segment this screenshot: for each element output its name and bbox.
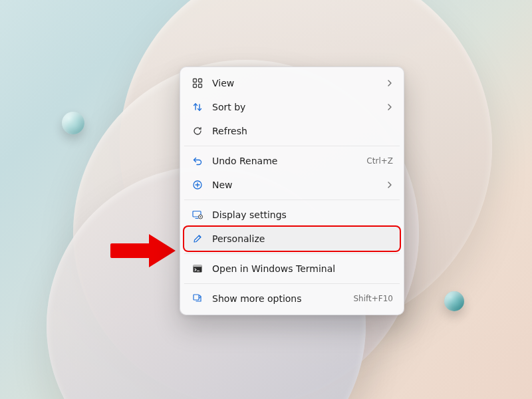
menu-item-display-settings[interactable]: Display settings: [184, 203, 400, 227]
personalize-icon: [191, 232, 204, 245]
chevron-right-icon: [386, 80, 393, 86]
wallpaper-shape: [62, 112, 84, 134]
menu-item-label: Undo Rename: [212, 156, 361, 166]
undo-icon: [191, 154, 204, 168]
refresh-icon: [191, 124, 204, 138]
svg-rect-0: [194, 79, 197, 82]
chevron-right-icon: [386, 104, 393, 110]
terminal-icon: [191, 262, 204, 275]
menu-item-refresh[interactable]: Refresh: [184, 119, 400, 143]
menu-item-view[interactable]: View: [184, 71, 400, 95]
menu-item-label: Personalize: [212, 233, 393, 244]
desktop-context-menu: View Sort by Refresh: [180, 66, 404, 315]
display-settings-icon: [191, 208, 204, 221]
menu-group: Undo Rename Ctrl+Z New: [184, 146, 400, 197]
menu-item-label: Display settings: [212, 209, 393, 220]
menu-item-label: New: [212, 180, 381, 190]
menu-item-shortcut: Shift+F10: [353, 294, 393, 303]
plus-circle-icon: [191, 178, 204, 192]
wallpaper-shape: [444, 291, 464, 311]
menu-item-label: Refresh: [212, 126, 393, 136]
menu-item-label: Open in Windows Terminal: [212, 263, 393, 274]
menu-item-open-terminal[interactable]: Open in Windows Terminal: [184, 257, 400, 281]
svg-rect-9: [194, 265, 202, 267]
menu-group: Open in Windows Terminal: [184, 253, 400, 281]
menu-item-label: Show more options: [212, 293, 348, 304]
svg-rect-10: [194, 295, 199, 300]
menu-item-sort-by[interactable]: Sort by: [184, 95, 400, 119]
menu-item-personalize[interactable]: Personalize: [184, 227, 400, 251]
menu-item-label: Sort by: [212, 102, 381, 112]
svg-rect-2: [194, 84, 197, 88]
menu-group: Show more options Shift+F10: [184, 283, 400, 311]
menu-item-show-more-options[interactable]: Show more options Shift+F10: [184, 287, 400, 311]
sort-icon: [191, 100, 204, 114]
menu-group: View Sort by Refresh: [184, 71, 400, 143]
show-more-icon: [191, 292, 204, 305]
menu-item-shortcut: Ctrl+Z: [366, 156, 393, 166]
svg-point-7: [200, 216, 201, 217]
menu-item-new[interactable]: New: [184, 173, 400, 197]
menu-item-undo[interactable]: Undo Rename Ctrl+Z: [184, 149, 400, 173]
menu-group: Display settings Personalize: [184, 200, 400, 251]
menu-item-label: View: [212, 78, 381, 88]
chevron-right-icon: [386, 182, 393, 188]
view-icon: [191, 76, 204, 90]
svg-rect-3: [199, 84, 202, 88]
svg-rect-1: [199, 79, 202, 82]
